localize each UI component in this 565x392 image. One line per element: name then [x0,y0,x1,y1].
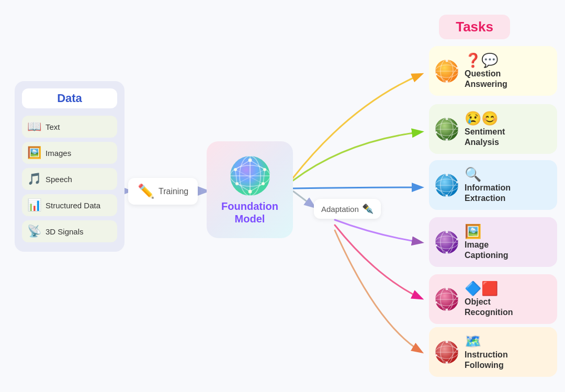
data-item-3d-signals: 📡3D Signals [22,220,117,242]
svg-line-3 [293,191,314,207]
extraction-label: InformationExtraction [465,183,511,204]
captioning-globe-icon [434,230,459,255]
data-item-label: Speech [46,175,72,184]
sentiment-globe-icon [434,117,459,142]
training-box: ✏️ Training [128,178,198,205]
data-panel: Data 📖Text🖼️Images🎵Speech📊Structured Dat… [15,81,125,252]
instruction-label: InstructionFollowing [465,350,508,371]
data-item-icon: 📊 [27,198,41,212]
task-card-object: 🔷🟥 ObjectRecognition [429,274,557,324]
sentiment-label: SentimentAnalysis [465,127,505,148]
data-item-label: 3D Signals [46,227,84,236]
foundation-model-box: Foundation Model [207,141,293,238]
data-item-icon: 🖼️ [27,146,41,160]
instruction-globe-icon [434,340,459,365]
data-item-images: 🖼️Images [22,142,117,164]
qa-label: QuestionAnswering [465,69,507,89]
task-card-qa: ❓💬 QuestionAnswering [429,46,557,96]
tasks-title: Tasks [456,19,493,35]
foundation-title: Foundation Model [221,200,278,225]
object-label: ObjectRecognition [465,297,513,318]
tasks-header-box: Tasks [439,15,510,39]
data-item-icon: 🎵 [27,172,41,186]
adaptation-label: Adaptation [321,205,359,214]
task-card-sentiment: 😢😊 SentimentAnalysis [429,104,557,154]
training-label: Training [159,187,188,196]
data-item-speech: 🎵Speech [22,168,117,190]
task-card-captioning: 🖼️ ImageCaptioning [429,217,557,267]
foundation-globe-icon [229,155,271,197]
captioning-label: ImageCaptioning [465,240,508,261]
data-item-label: Structured Data [46,201,100,210]
task-card-instruction: 🗺️ InstructionFollowing [429,327,557,377]
data-item-label: Images [46,149,71,158]
data-item-text: 📖Text [22,116,117,138]
task-card-extraction: 🔍 InformationExtraction [429,160,557,210]
adaptation-box: Adaptation ✒️ [314,199,381,219]
object-globe-icon [434,287,459,312]
data-title: Data [57,92,82,105]
data-item-structured-data: 📊Structured Data [22,194,117,216]
data-item-icon: 📖 [27,120,41,133]
data-title-box: Data [22,88,117,108]
data-item-icon: 📡 [27,225,41,238]
extraction-globe-icon [434,173,459,198]
qa-globe-icon [434,59,459,84]
data-item-label: Text [46,122,60,131]
